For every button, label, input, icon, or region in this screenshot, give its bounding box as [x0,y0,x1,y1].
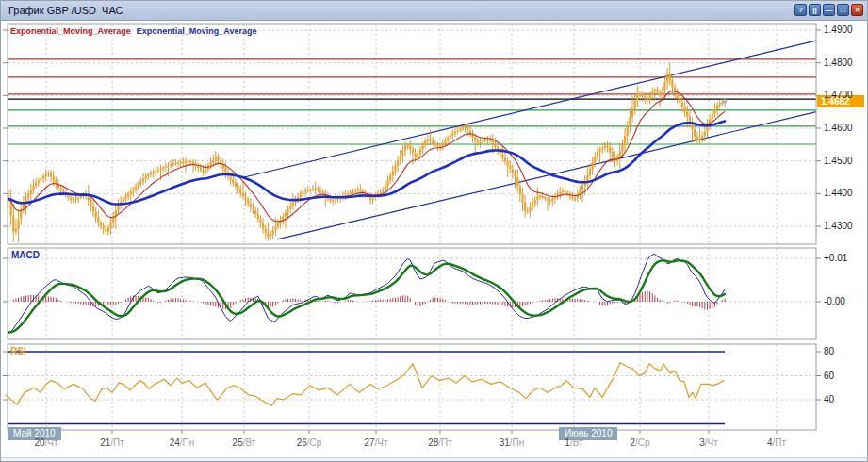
rsi-axis-label: 80 [824,346,834,356]
price-axis-label: 1.4500 [824,156,853,166]
date-axis-label: 1/Вт [551,437,597,448]
price-axis-label: 1.4300 [824,221,853,231]
rsi-axis-label: 60 [824,371,834,381]
window-bottom-strip [1,457,867,462]
indicator-legend: Exponential_Moving_AverageExponential_Mo… [10,26,256,36]
window-title: График GBP /USD ЧАС [8,1,123,20]
rsi-axis-label: 40 [824,394,834,404]
window-titlebar[interactable]: График GBP /USD ЧАС ? || — □ × [1,1,867,21]
close-button[interactable]: × [851,4,863,16]
window-buttons: ? || — □ × [794,4,863,16]
date-axis-label: 28/Пт [418,437,463,448]
minimize-button[interactable]: — [823,4,835,16]
date-axis-label: 31/Пн [489,437,534,448]
date-axis-label: 21/Пт [90,437,135,448]
price-axis-label: 1.4400 [824,188,853,198]
chart-canvas[interactable] [1,1,868,462]
date-axis-label: 20/Чт [24,437,69,448]
date-axis-label: 2/Ср [617,437,663,448]
legend-ema-fast: Exponential_Moving_Average [10,26,131,36]
date-axis-label: 26/Ср [287,437,332,448]
macd-axis-label: -0.00 [824,296,845,306]
price-axis-label: 1.4700 [824,90,853,100]
maximize-button[interactable]: □ [837,4,849,16]
date-axis-label: 27/Чт [353,437,399,448]
restore-button[interactable]: || [809,4,821,16]
macd-axis-label: +0.01 [824,253,847,263]
chart-window: График GBP /USD ЧАС ? || — □ × Exponenti… [0,0,868,462]
date-axis-label: 25/Вт [221,437,267,448]
help-button[interactable]: ? [794,4,807,16]
price-axis-label: 1.4600 [824,123,853,133]
macd-label: MACD [11,250,40,260]
date-axis-label: 3/Чт [686,437,731,448]
date-axis-label: 24/Пн [159,437,205,448]
legend-ema-slow: Exponential_Moving_Average [137,26,257,36]
price-axis-label: 1.4800 [824,58,853,68]
price-axis-label: 1.4900 [824,25,853,35]
rsi-label: RSI [10,346,26,356]
date-axis-label: 4/Пт [754,437,799,448]
